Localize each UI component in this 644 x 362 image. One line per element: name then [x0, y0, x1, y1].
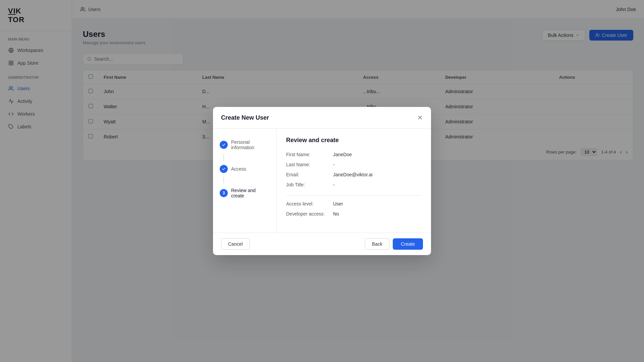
step1-label: Personal information — [231, 139, 270, 150]
back-button[interactable]: Back — [365, 238, 389, 250]
review-row-access-level: Access level: User — [286, 201, 422, 206]
modal-close-button[interactable]: ✕ — [417, 114, 423, 122]
cancel-button[interactable]: Cancel — [221, 238, 250, 250]
lastname-label: Last Name: — [286, 162, 333, 167]
review-row-firstname: First Name: JaneDoe — [286, 152, 422, 157]
review-row-jobtitle: Job Title: - — [286, 182, 422, 187]
review-access-fields: Access level: User Developer access: No — [286, 201, 422, 217]
step3-circle: 3 — [220, 189, 228, 197]
section-divider — [286, 195, 422, 196]
step-review[interactable]: 3 Review and create — [213, 184, 276, 202]
access-level-label: Access level: — [286, 201, 333, 206]
create-button[interactable]: Create — [393, 238, 423, 250]
modal-header: Create New User ✕ — [213, 107, 431, 129]
review-row-email: Email: JaneDoe@viktor.ai — [286, 172, 422, 177]
create-user-modal: Create New User ✕ Personal information — [213, 107, 431, 255]
modal-title: Create New User — [221, 114, 269, 121]
step1-circle — [220, 141, 228, 149]
firstname-value: JaneDoe — [333, 152, 352, 157]
review-row-lastname: Last Name: - — [286, 162, 422, 167]
step-access[interactable]: Access — [213, 161, 276, 177]
email-label: Email: — [286, 172, 333, 177]
developer-access-label: Developer access: — [286, 211, 333, 217]
firstname-label: First Name: — [286, 152, 333, 157]
jobtitle-label: Job Title: — [286, 182, 333, 187]
modal-footer: Cancel Back Create — [213, 233, 431, 255]
access-level-value: User — [333, 201, 343, 206]
step3-label: Review and create — [231, 188, 270, 198]
step-line-1 — [223, 154, 224, 161]
review-row-developer-access: Developer access: No — [286, 211, 422, 217]
modal-body: Personal information Access 3 Review and… — [213, 129, 431, 233]
check-icon — [222, 143, 226, 147]
developer-access-value: No — [333, 211, 339, 217]
review-title: Review and create — [286, 137, 422, 144]
review-personal-fields: First Name: JaneDoe Last Name: - Email: … — [286, 152, 422, 187]
step2-label: Access — [231, 166, 246, 172]
modal-stepper: Personal information Access 3 Review and… — [213, 129, 277, 233]
jobtitle-value: - — [333, 182, 335, 187]
footer-right-actions: Back Create — [365, 238, 423, 250]
step-personal[interactable]: Personal information — [213, 135, 276, 154]
step-line-2 — [223, 177, 224, 184]
check-icon — [222, 167, 226, 171]
email-value: JaneDoe@viktor.ai — [333, 172, 373, 177]
lastname-value: - — [333, 162, 335, 167]
modal-main-content: Review and create First Name: JaneDoe La… — [277, 129, 431, 233]
step2-circle — [220, 165, 228, 173]
modal-overlay: Create New User ✕ Personal information — [0, 0, 644, 362]
